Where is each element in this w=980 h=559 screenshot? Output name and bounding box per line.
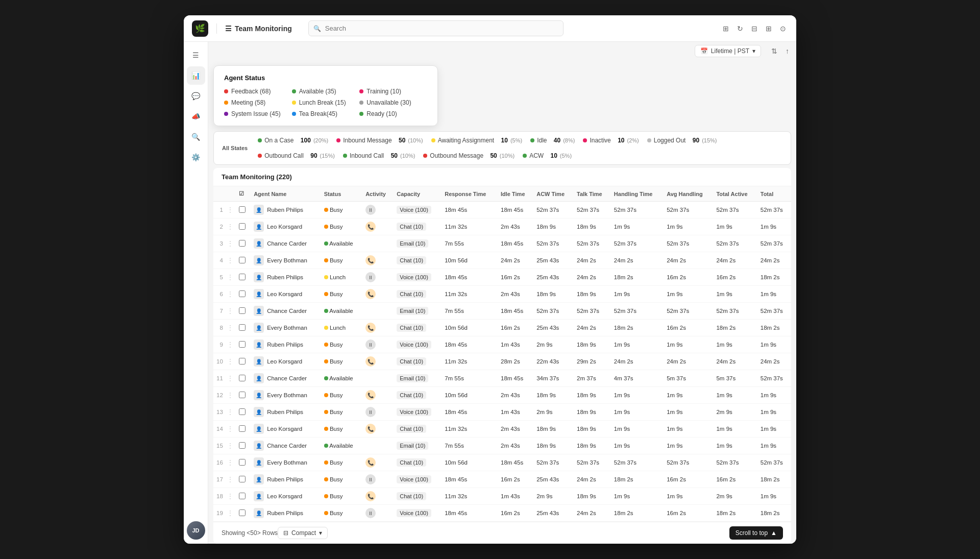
drag-handle[interactable]: ⋮ [226, 269, 236, 286]
sidebar-item-announce[interactable]: 📣 [187, 107, 205, 126]
drag-handle[interactable]: ⋮ [226, 387, 236, 404]
row-checkbox[interactable] [236, 387, 251, 404]
table-col-header[interactable]: Handling Time [611, 186, 664, 202]
row-checkbox[interactable] [236, 218, 251, 235]
agent-icon: 👤 [254, 255, 264, 265]
sort-button[interactable]: ⇅ [769, 45, 779, 57]
table-col-header[interactable]: Agent Name [251, 186, 321, 202]
activity-icon: 📞 [365, 457, 376, 468]
activity-cell [362, 303, 394, 320]
status-dot [324, 427, 328, 431]
lifetime-selector[interactable]: 📅 Lifetime | PST ▾ [695, 45, 761, 57]
layout-button[interactable]: ⊞ [764, 22, 774, 35]
sidebar-item-chat[interactable]: 💬 [187, 87, 205, 105]
table-col-header[interactable]: ☑ [236, 186, 251, 202]
row-checkbox[interactable] [236, 235, 251, 252]
sidebar-item-settings[interactable]: ⚙️ [187, 148, 205, 166]
handling-time: 1m 9s [611, 404, 664, 421]
row-checkbox[interactable] [236, 370, 251, 387]
table-col-header[interactable]: Avg Handling [664, 186, 713, 202]
sidebar-item-menu[interactable]: ☰ [187, 46, 205, 64]
drag-handle[interactable]: ⋮ [226, 353, 236, 370]
table-col-header[interactable]: Status [321, 186, 362, 202]
status-item: Available (35) [292, 88, 360, 95]
sidebar-item-chart[interactable]: 📊 [187, 66, 205, 85]
handling-time: 52m 37s [611, 235, 664, 252]
drag-handle[interactable]: ⋮ [226, 438, 236, 454]
search-input[interactable] [308, 20, 564, 36]
table-col-header[interactable]: Total [757, 186, 791, 202]
row-checkbox[interactable] [236, 336, 251, 353]
avg-handling: 1m 9s [664, 286, 713, 303]
agent-status-cell: Busy [321, 286, 362, 303]
row-number: 16 [213, 454, 226, 471]
drag-handle[interactable]: ⋮ [226, 370, 236, 387]
row-checkbox[interactable] [236, 202, 251, 218]
row-checkbox[interactable] [236, 286, 251, 303]
drag-handle[interactable]: ⋮ [226, 286, 236, 303]
refresh-button[interactable]: ↻ [735, 22, 745, 35]
drag-handle[interactable]: ⋮ [226, 488, 236, 505]
avg-handling: 24m 2s [664, 353, 713, 370]
table-col-header[interactable]: Talk Time [574, 186, 611, 202]
table-wrap[interactable]: ☑Agent NameStatusActivityCapacityRespons… [213, 186, 791, 522]
row-checkbox[interactable] [236, 269, 251, 286]
table-col-header[interactable]: Total Active [713, 186, 757, 202]
status-item: Training (10) [359, 88, 427, 95]
table-col-header[interactable]: Idle Time [498, 186, 533, 202]
drag-handle[interactable]: ⋮ [226, 336, 236, 353]
agent-status-cell: Lunch [321, 269, 362, 286]
table-col-header[interactable]: Activity [362, 186, 394, 202]
compact-label: Compact [291, 529, 316, 537]
row-checkbox[interactable] [236, 353, 251, 370]
row-checkbox[interactable] [236, 252, 251, 269]
stat-item: On a Case 100(20%) [258, 137, 328, 144]
capacity-cell: Chat (10) [394, 218, 442, 235]
agent-status-cell: Lunch [321, 320, 362, 336]
row-checkbox[interactable] [236, 454, 251, 471]
handling-time: 1m 9s [611, 336, 664, 353]
total: 52m 37s [757, 370, 791, 387]
row-checkbox[interactable] [236, 303, 251, 320]
drag-handle[interactable]: ⋮ [226, 303, 236, 320]
drag-handle[interactable]: ⋮ [226, 454, 236, 471]
row-checkbox[interactable] [236, 320, 251, 336]
scroll-to-top-button[interactable]: Scroll to top ▲ [729, 526, 783, 540]
columns-button[interactable]: ⊟ [749, 22, 760, 35]
agent-icon: 👤 [254, 205, 264, 215]
row-checkbox[interactable] [236, 505, 251, 522]
row-checkbox[interactable] [236, 488, 251, 505]
settings-button[interactable]: ⊙ [778, 22, 788, 35]
capacity-cell: Email (10) [394, 438, 442, 454]
user-avatar[interactable]: JD [187, 521, 205, 540]
compact-select[interactable]: ⊟ Compact ▾ [278, 527, 328, 539]
drag-handle[interactable]: ⋮ [226, 505, 236, 522]
agent-name-cell: 👤 Leo Korsgard [251, 421, 321, 438]
row-checkbox[interactable] [236, 438, 251, 454]
drag-handle[interactable]: ⋮ [226, 421, 236, 438]
table-col-header[interactable]: Response Time [442, 186, 498, 202]
row-checkbox[interactable] [236, 471, 251, 488]
sidebar-item-search[interactable]: 🔍 [187, 128, 205, 146]
drag-handle[interactable]: ⋮ [226, 404, 236, 421]
total: 1m 9s [757, 387, 791, 404]
row-number: 5 [213, 269, 226, 286]
agent-name-cell: 👤 Chance Carder [251, 438, 321, 454]
row-checkbox[interactable] [236, 421, 251, 438]
drag-handle[interactable]: ⋮ [226, 218, 236, 235]
filter-button[interactable]: ⊞ [721, 22, 731, 35]
drag-handle[interactable]: ⋮ [226, 202, 236, 218]
sort-asc-button[interactable]: ↑ [783, 45, 791, 57]
total-active: 2m 9s [713, 488, 757, 505]
table-col-header[interactable]: ACW Time [533, 186, 574, 202]
total-active: 5m 37s [713, 370, 757, 387]
table-col-header[interactable]: Capacity [394, 186, 442, 202]
drag-handle[interactable]: ⋮ [226, 320, 236, 336]
drag-handle[interactable]: ⋮ [226, 252, 236, 269]
response-time: 11m 32s [442, 286, 498, 303]
drag-handle[interactable]: ⋮ [226, 471, 236, 488]
row-checkbox[interactable] [236, 404, 251, 421]
drag-handle[interactable]: ⋮ [226, 235, 236, 252]
avg-handling: 52m 37s [664, 235, 713, 252]
idle-time: 2m 43s [498, 387, 533, 404]
